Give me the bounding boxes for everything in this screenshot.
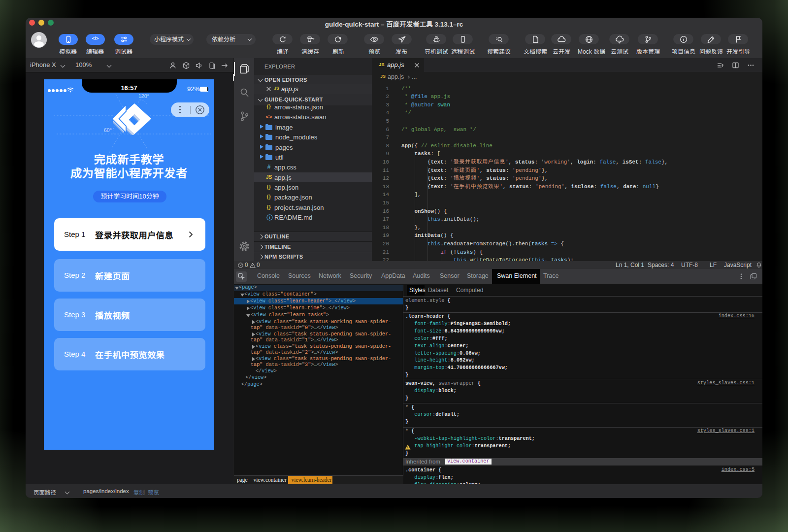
svg-text:60°: 60°	[104, 127, 112, 133]
svg-text:120°: 120°	[138, 93, 149, 99]
